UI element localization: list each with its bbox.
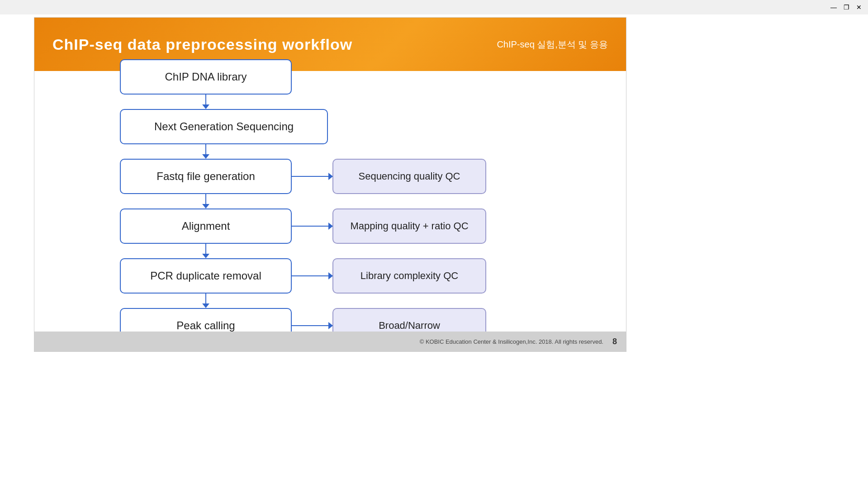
arrow-chip-to-ngs <box>120 95 292 109</box>
flow-row-fastq: Fastq file generation Sequencing quality… <box>120 159 486 194</box>
slide: ChIP-seq data preprocessing workflow ChI… <box>34 17 626 352</box>
chip-dna-box: ChIP DNA library <box>120 59 292 95</box>
restore-button[interactable]: ❐ <box>841 2 852 13</box>
arrow-fastq-right <box>292 176 332 177</box>
slide-content: ChIP DNA library Next Generation Sequenc… <box>34 71 626 332</box>
slide-title: ChIP-seq data preprocessing workflow <box>52 36 352 53</box>
library-complexity-box: Library complexity QC <box>332 258 486 294</box>
alignment-box: Alignment <box>120 208 292 244</box>
mapping-quality-box: Mapping quality + ratio QC <box>332 208 486 244</box>
fastq-box: Fastq file generation <box>120 159 292 194</box>
pcr-label: PCR duplicate removal <box>150 270 261 282</box>
window-chrome: — ❐ ✕ <box>0 0 868 14</box>
arrow-align-right <box>292 226 332 227</box>
close-button[interactable]: ✕ <box>854 2 864 13</box>
flow-row-pcr: PCR duplicate removal Library complexity… <box>120 258 486 294</box>
mapping-quality-label: Mapping quality + ratio QC <box>350 220 468 232</box>
arrow-ngs-to-fastq <box>120 144 292 159</box>
minimize-button[interactable]: — <box>828 2 839 13</box>
page-number: 8 <box>612 337 617 346</box>
flow-row-chip: ChIP DNA library <box>120 59 292 95</box>
alignment-label: Alignment <box>182 220 230 232</box>
fastq-label: Fastq file generation <box>157 170 255 183</box>
footer-copyright: © KOBIC Education Center & Insilicogen,I… <box>420 338 603 345</box>
flow-row-alignment: Alignment Mapping quality + ratio QC <box>120 208 486 244</box>
seq-quality-label: Sequencing quality QC <box>358 171 460 182</box>
arrow-align-to-pcr <box>120 244 292 258</box>
arrow-pcr-right <box>292 275 332 276</box>
flowchart: ChIP DNA library Next Generation Sequenc… <box>120 59 486 343</box>
flow-row-ngs: Next Generation Sequencing <box>120 109 328 144</box>
ngs-box: Next Generation Sequencing <box>120 109 328 144</box>
chip-dna-label: ChIP DNA library <box>165 71 247 83</box>
pcr-box: PCR duplicate removal <box>120 258 292 294</box>
slide-footer: © KOBIC Education Center & Insilicogen,I… <box>34 332 626 351</box>
seq-quality-box: Sequencing quality QC <box>332 159 486 194</box>
arrow-peak-right <box>292 325 332 326</box>
ngs-label: Next Generation Sequencing <box>154 120 294 133</box>
broad-narrow-label: Broad/Narrow <box>379 320 440 332</box>
library-complexity-label: Library complexity QC <box>360 270 458 282</box>
slide-subtitle: ChIP-seq 실험,분석 및 응용 <box>497 38 608 51</box>
peak-label: Peak calling <box>176 319 235 332</box>
arrow-fastq-to-align <box>120 194 292 208</box>
arrow-pcr-to-peak <box>120 294 292 308</box>
